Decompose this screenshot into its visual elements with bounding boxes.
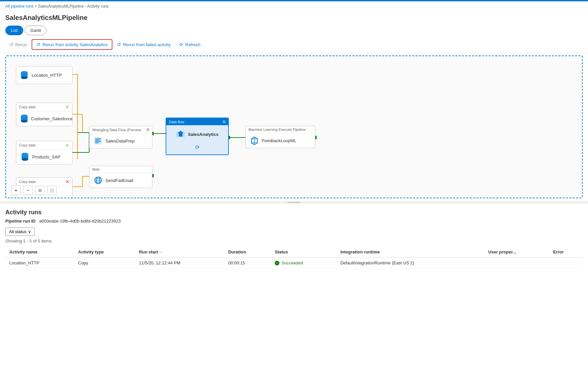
svg-point-19 xyxy=(21,71,28,74)
node-sendfailemail[interactable]: Web SendFailEmail xyxy=(89,166,152,188)
col-duration: Duration xyxy=(224,247,271,257)
external-link-salesdata: ⧉ xyxy=(147,128,149,132)
tabs-row: List Gantt xyxy=(0,26,588,35)
sort-icon[interactable]: ↑↓ xyxy=(159,250,163,254)
run-id-label: Pipeline run ID xyxy=(5,219,36,224)
node-customer-header: Copy data ✓ xyxy=(16,103,72,111)
tab-list[interactable]: List xyxy=(5,26,23,35)
activity-runs-title: Activity runs xyxy=(5,209,583,216)
node-body: Location_HTTP xyxy=(16,66,72,84)
table-row: Location_HTTP Copy 11/5/20, 12:12:44 PM … xyxy=(5,257,583,268)
rerun-failed-icon: ↺ xyxy=(117,42,121,47)
filter-label: All status xyxy=(9,229,27,234)
node-products-header: Copy data ✓ xyxy=(16,141,72,149)
node-salesdata-header: Wrangling Data Flow (Preview ⧉ xyxy=(89,126,152,134)
cell-run-start: 11/5/20, 12:12:44 PM xyxy=(135,257,224,268)
node-copydata3-header: Copy data ✕ xyxy=(16,178,72,186)
node-salesanalytics-label: SalesAnalytics xyxy=(188,132,219,137)
node-salesanalytics[interactable]: Data flow ⧉ SalesAnalytics ⟳ xyxy=(166,118,229,155)
pipeline-run-id: Pipeline run ID a600eabe-19fb-4d0b-bd8d-… xyxy=(5,219,583,224)
node-location-http[interactable]: Location_HTTP xyxy=(16,66,73,84)
node-location-label: Location_HTTP xyxy=(32,73,62,78)
node-salesanalytics-body: SalesAnalytics ⟳ xyxy=(166,126,228,154)
cell-status: ✓ Succeeded xyxy=(271,257,336,268)
zoom-out-button[interactable]: − xyxy=(23,186,33,195)
col-run-start: Run start ↑↓ xyxy=(135,247,224,257)
table-header-row: Activity name Activity type Run start ↑↓… xyxy=(5,247,583,257)
refresh-icon: ⟳ xyxy=(179,42,183,47)
activity-runs-table: Activity name Activity type Run start ↑↓… xyxy=(5,247,583,268)
node-feedbackloop-body: FeedbackLoopML xyxy=(246,133,315,148)
rerun-icon: ↺ xyxy=(9,42,13,47)
col-user-properties: User proper... xyxy=(484,247,549,257)
node-customer-salesforce[interactable]: Copy data ✓ Customer_Salesforce xyxy=(16,103,73,126)
breadcrumb: All pipeline runs > SalesAnalyticsMLPipe… xyxy=(0,1,588,11)
rerun-from-activity-button[interactable]: ↺ Rerun from activity SalesAnalytics xyxy=(32,39,112,50)
run-id-value: a600eabe-19fb-4d0b-bd8d-d20b21223923 xyxy=(39,219,121,224)
status-succeeded-text: Succeeded xyxy=(281,260,303,265)
cell-error xyxy=(549,257,583,268)
node-feedbackloop-header: Machine Learning Execute Pipeline xyxy=(246,126,315,133)
select-button[interactable]: ⬜ xyxy=(47,186,57,195)
col-activity-type: Activity type xyxy=(74,247,135,257)
node-products-sap[interactable]: Copy data ✓ Products_SAP xyxy=(16,141,73,164)
database-icon xyxy=(20,70,29,80)
breadcrumb-separator: > xyxy=(34,4,38,9)
status-succeeded-icon: ✓ xyxy=(275,261,279,265)
node-salesdata-body: SalesDataPrep xyxy=(89,134,152,148)
resize-divider[interactable] xyxy=(0,201,588,204)
node-salesanalytics-header: Data flow ⧉ xyxy=(166,118,228,126)
loading-icon: ⟳ xyxy=(195,144,200,150)
rerun-label: Rerun xyxy=(15,42,27,47)
rerun-from-failed-button[interactable]: ↺ Rerun from failed activity xyxy=(113,40,175,49)
cell-activity-type: Copy xyxy=(74,257,135,268)
svg-rect-31 xyxy=(95,141,101,142)
node-feedbackloop-label: FeedbackLoopML xyxy=(262,138,296,143)
activity-runs-section: Activity runs Pipeline run ID a600eabe-1… xyxy=(0,204,588,274)
node-sendfail-label: SendFailEmail xyxy=(105,178,133,183)
page-title: SalesAnalyticsMLPipeline xyxy=(0,11,588,26)
status-check-customer: ✓ xyxy=(66,104,70,110)
svg-point-26 xyxy=(22,158,28,161)
svg-rect-32 xyxy=(95,142,98,143)
node-products-label: Products_SAP xyxy=(32,154,61,159)
node-sendfail-header: Web xyxy=(89,166,152,173)
canvas-footer: + − ⊡ ⬜ xyxy=(11,186,57,195)
node-customer-body: Customer_Salesforce xyxy=(16,111,72,126)
dataflow-icon-salesdata xyxy=(93,136,103,145)
col-activity-name: Activity name xyxy=(5,247,74,257)
dataflow-icon-salesanalytics xyxy=(176,130,185,139)
cell-duration: 00:00:15 xyxy=(224,257,271,268)
col-integration-runtime: Integration runtime xyxy=(336,247,484,257)
status-filter-button[interactable]: All status ∨ xyxy=(5,228,35,236)
status-error-copydata3: ✕ xyxy=(66,179,70,184)
cell-activity-name: Location_HTTP xyxy=(5,257,74,268)
node-sendfail-body: SendFailEmail xyxy=(89,173,152,188)
node-feedbackloopml[interactable]: Machine Learning Execute Pipeline Feedba… xyxy=(245,126,315,148)
breadcrumb-link-all-runs[interactable]: All pipeline runs xyxy=(5,4,34,9)
refresh-label: Refresh xyxy=(185,42,201,47)
col-error: Error xyxy=(549,247,583,257)
svg-rect-28 xyxy=(94,137,102,144)
rerun-activity-label: Rerun from activity SalesAnalytics xyxy=(42,42,108,47)
tab-gantt[interactable]: Gantt xyxy=(25,26,47,35)
breadcrumb-current: SalesAnalyticsMLPipeline - Activity runs xyxy=(38,4,108,9)
resize-handle xyxy=(287,202,301,203)
node-salesdata-label: SalesDataPrep xyxy=(105,139,134,143)
zoom-in-button[interactable]: + xyxy=(11,186,21,195)
rerun-failed-label: Rerun from failed activity xyxy=(123,42,171,47)
canvas-area[interactable]: Location_HTTP Copy data ✓ Customer_Sales xyxy=(6,56,582,198)
cell-integration-runtime: DefaultIntegrationRuntime (East US 2) xyxy=(336,257,484,268)
db-icon-products xyxy=(20,152,30,161)
rerun-button[interactable]: ↺ Rerun xyxy=(5,40,31,49)
svg-point-23 xyxy=(21,115,28,117)
chevron-down-icon: ∨ xyxy=(28,229,31,234)
fit-button[interactable]: ⊡ xyxy=(35,186,45,195)
node-salesdataprep[interactable]: Wrangling Data Flow (Preview ⧉ SalesData… xyxy=(89,126,152,148)
pipeline-canvas: Location_HTTP Copy data ✓ Customer_Sales xyxy=(5,55,583,198)
svg-point-22 xyxy=(21,120,28,123)
refresh-button[interactable]: ⟳ Refresh xyxy=(175,40,205,49)
svg-point-18 xyxy=(21,76,28,79)
rerun-activity-icon: ↺ xyxy=(36,42,40,47)
ml-icon xyxy=(250,136,259,145)
